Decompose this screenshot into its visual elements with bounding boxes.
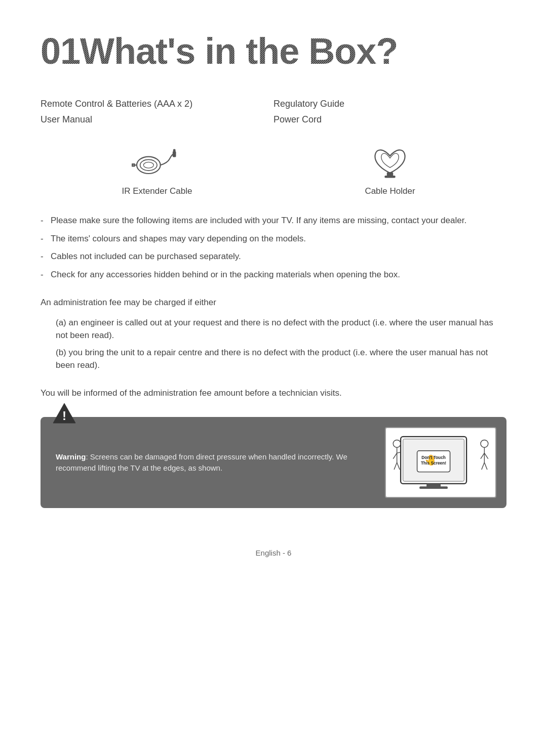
cable-holder-label: Cable Holder (365, 186, 415, 196)
dont-touch-image: 🤚 Don't Touch This Screen! (385, 427, 496, 498)
cable-holder-icon (365, 142, 415, 182)
admin-section: An administration fee may be charged if … (41, 296, 506, 374)
svg-point-19 (393, 440, 401, 447)
svg-point-2 (143, 162, 153, 168)
svg-rect-8 (384, 176, 395, 178)
admin-title: An administration fee may be charged if … (41, 296, 506, 309)
item-user-manual: User Manual (41, 113, 274, 127)
warning-text: Warning: Screens can be damaged from dir… (56, 451, 375, 474)
bullet-item-0: Please make sure the following items are… (41, 212, 506, 230)
bullet-item-3: Check for any accessories hidden behind … (41, 266, 506, 284)
items-grid: Remote Control & Batteries (AAA x 2) Reg… (41, 97, 506, 127)
bullet-list: Please make sure the following items are… (41, 212, 506, 283)
item-remote-batteries: Remote Control & Batteries (AAA x 2) (41, 97, 274, 111)
svg-point-1 (140, 159, 157, 171)
bullet-item-2: Cables not included can be purchased sep… (41, 247, 506, 266)
admin-footer: You will be informed of the administrati… (41, 387, 506, 400)
svg-rect-3 (173, 151, 176, 157)
cable-holder-block: Cable Holder (274, 142, 506, 196)
svg-point-4 (173, 149, 176, 152)
svg-text:Don't Touch: Don't Touch (421, 455, 446, 460)
bullet-item-1: The items' colours and shapes may vary d… (41, 230, 506, 248)
ir-extender-cable-block: IR Extender Cable (41, 142, 274, 196)
svg-text:!: ! (62, 409, 66, 423)
item-regulatory-guide: Regulatory Guide (274, 97, 506, 111)
warning-box: ! Warning: Screens can be damaged from d… (41, 417, 506, 508)
admin-item-a: (a) an engineer is called out at your re… (41, 314, 506, 344)
svg-point-6 (133, 164, 134, 166)
svg-rect-14 (419, 486, 448, 489)
warning-text-block: Warning: Screens can be damaged from dir… (51, 451, 375, 474)
admin-item-b: (b) you bring the unit to a repair centr… (41, 344, 506, 374)
warning-label: Warning (56, 452, 86, 461)
ir-cable-label: IR Extender Cable (122, 186, 192, 196)
warning-triangle-container: ! (52, 402, 77, 427)
warning-body: : Screens can be damaged from direct pre… (56, 452, 347, 473)
svg-text:This Screen!: This Screen! (421, 460, 446, 466)
footer-text: English - 6 (256, 549, 292, 557)
page-footer: English - 6 (41, 549, 506, 557)
page-title: 01What's in the Box? (41, 30, 506, 72)
item-power-cord: Power Cord (274, 113, 506, 127)
accessories-icons: IR Extender Cable Cable Holder (41, 142, 506, 196)
ir-cable-icon (132, 142, 182, 182)
svg-point-20 (481, 440, 488, 447)
